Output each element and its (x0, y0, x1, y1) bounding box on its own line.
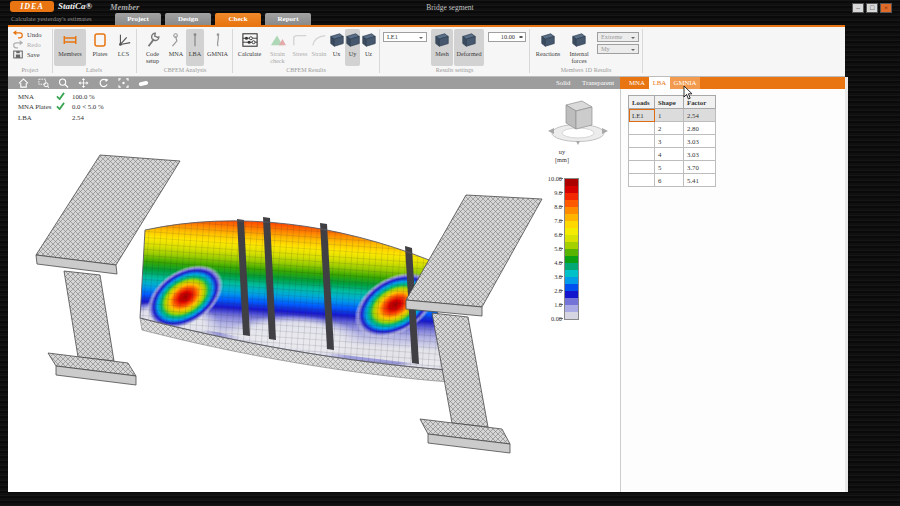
ribbon-button-uz[interactable]: Uz (361, 29, 376, 66)
undo-button[interactable]: Undo (12, 30, 41, 39)
minimize-button[interactable]: – (852, 3, 864, 13)
load-cell[interactable]: LE1 (629, 109, 655, 122)
pan-icon[interactable] (78, 78, 89, 88)
table-row[interactable]: 43.03 (629, 148, 716, 161)
ribbon-button-deformed[interactable]: Deformed (454, 29, 484, 66)
ribbon-separator (232, 29, 233, 73)
factor-cell[interactable]: 2.80 (684, 122, 716, 135)
maximize-button[interactable]: □ (866, 3, 878, 13)
table-row[interactable]: 33.03 (629, 135, 716, 148)
ribbon-button-internal-forces[interactable]: Internal forces (564, 29, 594, 66)
model-viewport[interactable] (8, 89, 620, 492)
ribbon-button-strain[interactable]: Strain (310, 29, 328, 66)
table-row[interactable]: 53.70 (629, 161, 716, 174)
redo-button[interactable]: Redo (12, 40, 41, 49)
mna-label: MNA (169, 50, 183, 57)
summary-value: 0.0 < 5.0 % (72, 103, 104, 110)
ribbon-button-mna[interactable]: MNA (167, 29, 185, 66)
spinner-down-icon[interactable] (519, 36, 523, 40)
factor-cell[interactable]: 3.03 (684, 135, 716, 148)
ribbon-separator (52, 29, 53, 73)
view-mode-transparent[interactable]: Transparent (582, 79, 614, 86)
ribbon-button-stress[interactable]: Stress (291, 29, 309, 66)
ribbon-button-gmnia[interactable]: GMNIA (205, 29, 230, 66)
shape-cell[interactable]: 5 (655, 161, 684, 174)
ribbon-button-reactions[interactable]: Reactions (533, 29, 563, 66)
ribbon-button-ux[interactable]: Ux (329, 29, 344, 66)
check-icon (56, 102, 72, 111)
lba-factors-table[interactable]: LoadsShapeFactor LE112.5422.8033.0343.03… (628, 95, 716, 187)
strain-check-label: Strain check (265, 50, 290, 64)
factor-cell[interactable]: 3.70 (684, 161, 716, 174)
zoom-window-icon[interactable] (38, 78, 49, 88)
tab-design[interactable]: Design (165, 13, 211, 25)
table-row[interactable]: LE112.54 (629, 109, 716, 122)
fit-icon[interactable] (118, 78, 129, 88)
shape-cell[interactable]: 1 (655, 109, 684, 122)
shape-cell[interactable]: 6 (655, 174, 684, 187)
deformed-label: Deformed (456, 50, 481, 57)
load-cell[interactable] (629, 174, 655, 187)
group-label-cbfem-analysis: CBFEM Analysis (139, 67, 231, 75)
rotate-icon[interactable] (98, 78, 109, 88)
view-mode-solid[interactable]: Solid (556, 79, 570, 86)
ribbon-button-uy[interactable]: Uy (345, 29, 360, 66)
legend-band (565, 291, 578, 298)
tab-check[interactable]: Check (215, 13, 261, 25)
legend-tick-line (559, 248, 563, 249)
load-cell[interactable] (629, 161, 655, 174)
load-case-combo[interactable]: LE1 (383, 32, 427, 42)
lcs-icon (115, 30, 133, 50)
zoom-icon[interactable] (58, 78, 69, 88)
mouse-cursor (683, 86, 693, 100)
ribbon-button-lba[interactable]: LBA (186, 29, 204, 66)
legend-band (565, 270, 578, 277)
ribbon-button-strain-check[interactable]: Strain check (265, 29, 290, 66)
tab-report[interactable]: Report (265, 13, 311, 25)
close-button[interactable]: × (880, 3, 892, 13)
group-label-cbfem-results: CBFEM Results (235, 67, 377, 75)
factor-cell[interactable]: 2.54 (684, 109, 716, 122)
legend-band (565, 179, 578, 186)
table-row[interactable]: 65.41 (629, 174, 716, 187)
brand-tagline: Calculate yesterday's estimates (11, 15, 92, 22)
window-title: Bridge segment (0, 3, 900, 12)
shape-cell[interactable]: 3 (655, 135, 684, 148)
ribbon-button-code-setup[interactable]: Code setup (139, 29, 166, 66)
extreme-combo[interactable]: Extreme (597, 32, 639, 42)
save-button[interactable]: Save (12, 50, 40, 59)
ribbon-button-plates[interactable]: Plates (88, 29, 112, 66)
extreme-value: Extreme (601, 33, 622, 40)
ribbon-button-mesh[interactable]: Mesh (431, 29, 453, 66)
factor-cell[interactable]: 5.41 (684, 174, 716, 187)
panel-tab-mna[interactable]: MNA (625, 77, 649, 89)
uy-label: Uy (349, 50, 357, 57)
calculate-icon (241, 30, 259, 50)
table-header-cell: Loads (629, 96, 655, 109)
home-icon[interactable] (18, 78, 29, 88)
load-cell[interactable] (629, 148, 655, 161)
scale-spinner[interactable]: 10.00 (488, 32, 526, 42)
ribbon-button-members[interactable]: Members (54, 29, 86, 66)
lcs-label: LCS (118, 50, 129, 57)
redo-icon (12, 40, 24, 49)
lba-label: LBA (189, 50, 201, 57)
code-setup-label: Code setup (139, 50, 166, 64)
paint-icon[interactable] (138, 78, 149, 88)
table-row[interactable]: 22.80 (629, 122, 716, 135)
ribbon-button-lcs[interactable]: LCS (113, 29, 134, 66)
load-cell[interactable] (629, 135, 655, 148)
factor-cell[interactable]: 3.03 (684, 148, 716, 161)
shape-cell[interactable]: 2 (655, 122, 684, 135)
load-cell[interactable] (629, 122, 655, 135)
panel-tab-lba[interactable]: LBA (649, 77, 670, 89)
summary-value: 100.0 % (72, 93, 95, 100)
uz-beam-icon (360, 30, 378, 50)
component-combo[interactable]: My (597, 44, 639, 54)
navigation-cube[interactable] (548, 101, 608, 145)
ribbon-button-calculate[interactable]: Calculate (235, 29, 264, 66)
tab-project[interactable]: Project (115, 13, 161, 25)
shape-cell[interactable]: 4 (655, 148, 684, 161)
legend-tick-line (559, 220, 563, 221)
window-edge (845, 77, 848, 492)
